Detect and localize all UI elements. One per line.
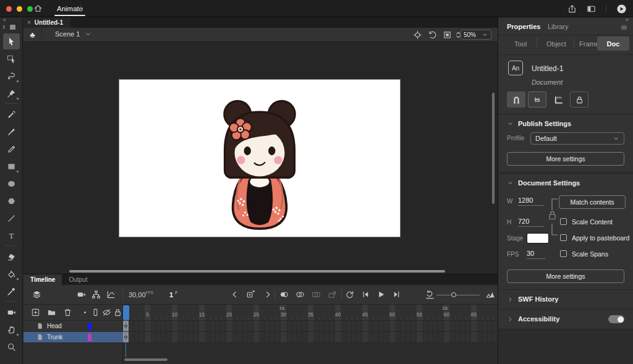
scene-chevron-down-icon[interactable] xyxy=(84,30,92,38)
stage[interactable] xyxy=(119,79,401,237)
close-document-icon[interactable]: × xyxy=(27,19,31,26)
text-tool[interactable]: T xyxy=(3,227,20,243)
accessibility-header[interactable]: Accessibility xyxy=(507,315,559,323)
rectangle-tool[interactable] xyxy=(3,158,20,174)
slider-knob[interactable] xyxy=(451,292,456,297)
pencil-tool[interactable] xyxy=(3,141,20,157)
dot-button[interactable] xyxy=(80,308,91,318)
timeline-frame-grid[interactable] xyxy=(123,321,498,343)
tab-doc[interactable]: Doc xyxy=(597,36,629,51)
graph-editor-button[interactable] xyxy=(106,290,117,300)
playhead-marker[interactable] xyxy=(123,305,129,320)
hand-tool[interactable] xyxy=(3,321,20,337)
classic-brush-tool[interactable] xyxy=(3,124,20,140)
accessibility-toggle[interactable] xyxy=(608,315,624,323)
document-settings-header[interactable]: Document Settings xyxy=(507,179,580,187)
symbol-menu-icon[interactable]: ♣ xyxy=(23,28,42,41)
camera-tool[interactable] xyxy=(3,304,20,320)
home-icon[interactable] xyxy=(33,4,45,14)
line-tool[interactable] xyxy=(3,210,20,226)
test-movie-play-icon[interactable] xyxy=(616,4,627,14)
next-frame-button[interactable] xyxy=(263,290,274,300)
reset-zoom-button[interactable] xyxy=(425,290,436,300)
apply-to-pasteboard-checkbox[interactable] xyxy=(560,234,567,241)
canvas-horizontal-scrollbar[interactable] xyxy=(69,270,445,273)
selection-tool[interactable] xyxy=(3,33,20,49)
snap-align-button[interactable]: ts xyxy=(528,91,546,108)
rulers-button[interactable] xyxy=(549,91,567,108)
tab-library[interactable]: Library xyxy=(548,23,569,30)
lock-guides-button[interactable] xyxy=(570,91,588,108)
polystar-tool[interactable] xyxy=(3,193,20,209)
onion-skin-button[interactable] xyxy=(279,290,290,300)
timeline-frame-ruler[interactable]: 5101520253035404550556065701s2s xyxy=(123,305,498,321)
onion-outline-button[interactable] xyxy=(295,290,306,300)
layers-stack-button[interactable] xyxy=(32,290,43,300)
frame-row-head[interactable] xyxy=(123,321,498,332)
width-field[interactable]: 1280 xyxy=(518,197,544,206)
camera-button[interactable] xyxy=(77,290,87,300)
fps-display[interactable]: 30,00FPS xyxy=(129,290,153,298)
zoom-level-select[interactable]: 50% xyxy=(461,30,491,40)
asset-warp-tool[interactable] xyxy=(3,85,20,101)
publish-more-settings-button[interactable]: More settings xyxy=(507,152,624,166)
new-folder-button[interactable] xyxy=(47,308,57,318)
tab-frame[interactable]: Frame xyxy=(579,40,599,48)
timeline-horizontal-scrollbar[interactable] xyxy=(124,358,168,361)
center-stage-icon[interactable] xyxy=(413,30,422,40)
lock-column-button[interactable] xyxy=(113,308,124,318)
current-frame-display[interactable]: 1 F xyxy=(169,290,177,298)
tab-timeline[interactable]: Timeline xyxy=(23,274,62,285)
canvas-vertical-scrollbar[interactable] xyxy=(492,93,495,204)
workspace-icon[interactable] xyxy=(587,4,596,14)
tab-properties[interactable]: Properties xyxy=(507,23,540,30)
minimize-window-button[interactable] xyxy=(17,6,22,12)
layer-row-trunk[interactable]: Trunk xyxy=(23,332,123,343)
stage-color-swatch[interactable] xyxy=(527,233,549,243)
scene-name[interactable]: Scene 1 xyxy=(55,30,80,38)
collapse-toolbar-icon[interactable]: « xyxy=(3,17,6,23)
timeline-zoom-slider[interactable] xyxy=(436,292,480,297)
publish-settings-header[interactable]: Publish Settings xyxy=(507,120,571,127)
match-contents-button[interactable]: Match contents xyxy=(559,195,626,209)
add-layer-button[interactable] xyxy=(31,308,41,318)
fluid-brush-tool[interactable] xyxy=(3,106,20,122)
collapse-panel-icon[interactable]: » xyxy=(625,16,629,23)
clip-content-icon[interactable] xyxy=(443,30,452,40)
play-button[interactable] xyxy=(376,290,387,300)
document-tab[interactable]: × Untitled-1 xyxy=(23,17,70,28)
panel-menu-icon[interactable] xyxy=(620,23,628,32)
rotation-icon[interactable] xyxy=(428,30,437,40)
frame-view-button[interactable] xyxy=(486,290,496,300)
delete-button[interactable] xyxy=(63,308,74,318)
edit-multiple-frames-button[interactable] xyxy=(312,290,322,300)
eraser-tool[interactable] xyxy=(3,248,20,265)
step-back-button[interactable] xyxy=(361,290,372,300)
fps-field[interactable]: 30 xyxy=(527,250,545,259)
tab-animate[interactable]: Animate xyxy=(48,0,91,17)
span-insert-button[interactable] xyxy=(328,290,338,300)
subselection-tool[interactable] xyxy=(3,51,20,67)
layer-row-head[interactable]: Head xyxy=(23,321,123,332)
loop-button[interactable] xyxy=(345,290,355,300)
parenting-button[interactable] xyxy=(91,290,102,300)
profile-select[interactable]: Default xyxy=(530,132,624,145)
share-icon[interactable] xyxy=(567,4,577,14)
height-field[interactable]: 720 xyxy=(518,218,544,227)
layer-color-swatch[interactable] xyxy=(88,334,91,341)
eyedropper-tool[interactable] xyxy=(3,283,20,299)
paint-bucket-tool[interactable] xyxy=(3,266,20,282)
docset-more-settings-button[interactable]: More settings xyxy=(507,269,624,283)
pasteboard[interactable] xyxy=(23,42,498,274)
scale-spans-checkbox[interactable] xyxy=(560,250,567,257)
swf-history-header[interactable]: SWF History xyxy=(507,295,558,303)
keyframe-insert-button[interactable] xyxy=(246,290,257,300)
zoom-tool[interactable] xyxy=(3,339,20,355)
visibility-column-button[interactable] xyxy=(102,308,113,318)
layer-color-swatch[interactable] xyxy=(88,323,91,330)
prev-frame-button[interactable] xyxy=(230,290,240,300)
lasso-tool[interactable] xyxy=(3,68,20,84)
tab-output[interactable]: Output xyxy=(62,274,94,285)
scale-content-checkbox[interactable] xyxy=(560,218,567,225)
outline-column-button[interactable] xyxy=(91,308,101,318)
